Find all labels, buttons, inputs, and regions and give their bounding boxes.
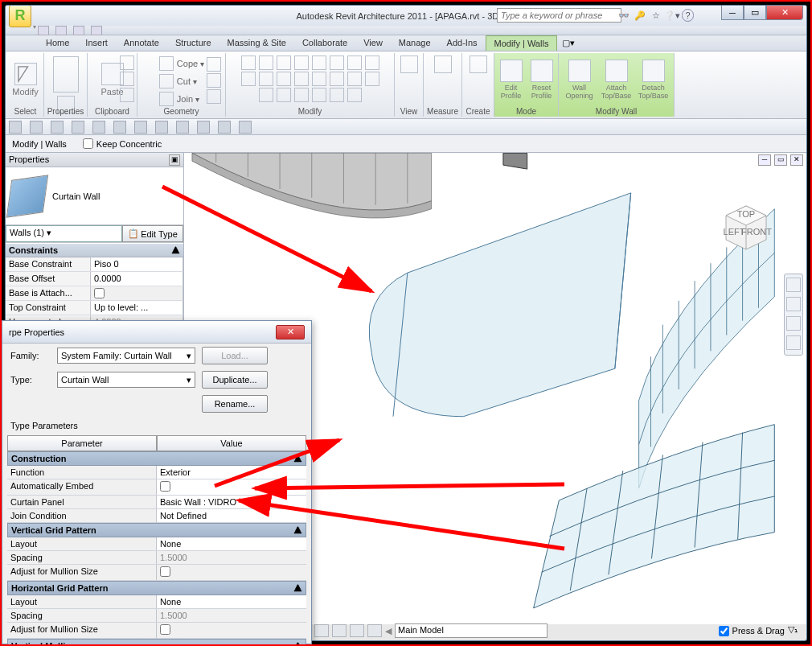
- mod21[interactable]: [330, 88, 344, 102]
- nav-pan-icon[interactable]: [786, 297, 801, 311]
- tab-collab[interactable]: Collaborate: [294, 35, 355, 51]
- tb11[interactable]: [218, 121, 231, 134]
- group-vertical-grid[interactable]: Vertical Grid Pattern⯅: [7, 523, 306, 537]
- maximize-button[interactable]: ▭: [744, 6, 766, 20]
- tab-manage[interactable]: Manage: [391, 35, 439, 51]
- mod9[interactable]: [241, 72, 256, 86]
- mod8[interactable]: [365, 56, 379, 70]
- mod3[interactable]: [277, 56, 291, 70]
- mod18[interactable]: [277, 88, 291, 102]
- param-row[interactable]: LayoutNone: [7, 595, 306, 609]
- binoculars-icon[interactable]: 👓: [617, 9, 630, 22]
- tab-massing[interactable]: Massing & Site: [219, 35, 294, 51]
- mod15[interactable]: [347, 72, 362, 86]
- tab-expand-icon[interactable]: ▢▾: [557, 35, 580, 51]
- param-row[interactable]: Adjust for Mullion Size: [7, 623, 306, 639]
- mod20[interactable]: [312, 88, 326, 102]
- mod7[interactable]: [347, 56, 362, 70]
- help-dropdown-icon[interactable]: ❔▾: [666, 9, 679, 22]
- tb1[interactable]: [9, 121, 22, 134]
- param-row[interactable]: Spacing1.5000: [7, 609, 306, 623]
- view-cube[interactable]: TOP LEFT FRONT: [718, 201, 774, 257]
- vp-max-icon[interactable]: ▭: [774, 154, 787, 166]
- filter-icon[interactable]: ▽₁: [788, 624, 802, 637]
- mod19[interactable]: [294, 88, 309, 102]
- match-icon[interactable]: [120, 88, 134, 102]
- cut-geom-button[interactable]: Cut ▾: [157, 72, 199, 90]
- mod10[interactable]: [259, 72, 273, 86]
- join-button[interactable]: Join ▾: [157, 90, 201, 108]
- load-button[interactable]: Load...: [202, 347, 268, 364]
- detach-button[interactable]: Detach Top/Base: [636, 55, 671, 105]
- help-icon[interactable]: ?: [682, 9, 694, 22]
- mod14[interactable]: [330, 72, 344, 86]
- mod22[interactable]: [347, 88, 362, 102]
- geom-icon1[interactable]: [207, 57, 221, 72]
- type-selector-card[interactable]: Curtain Wall: [6, 167, 183, 225]
- type-combo[interactable]: Curtain Wall▾: [57, 372, 195, 388]
- param-row[interactable]: Spacing1.5000: [7, 551, 306, 565]
- close-button[interactable]: ✕: [766, 6, 803, 20]
- tb3[interactable]: [51, 121, 64, 134]
- tab-modify-walls[interactable]: Modify | Walls: [486, 35, 558, 51]
- create-icon[interactable]: [470, 56, 487, 73]
- selection-combo[interactable]: Walls (1) ▾: [6, 225, 122, 242]
- mod17[interactable]: [259, 88, 273, 102]
- vp-close-icon[interactable]: ✕: [790, 154, 803, 166]
- measure-icon[interactable]: [434, 56, 452, 73]
- tab-view[interactable]: View: [355, 35, 391, 51]
- prop-row[interactable]: Base ConstraintPiso 0: [6, 257, 183, 272]
- modify-tool[interactable]: Modify: [10, 55, 42, 105]
- tb7[interactable]: [134, 121, 147, 134]
- group-constraints[interactable]: Constraints⯅: [6, 243, 183, 257]
- param-row[interactable]: Adjust for Mullion Size: [7, 565, 306, 581]
- param-row[interactable]: FunctionExterior: [7, 466, 306, 479]
- press-drag-checkbox[interactable]: Press & Drag: [719, 626, 785, 636]
- attach-button[interactable]: Attach Top/Base: [599, 55, 634, 105]
- sb6[interactable]: [367, 624, 382, 637]
- mod13[interactable]: [312, 72, 326, 86]
- minimize-button[interactable]: ─: [721, 6, 744, 20]
- group-horizontal-grid[interactable]: Horizontal Grid Pattern⯅: [7, 581, 306, 595]
- keep-concentric-checkbox[interactable]: Keep Concentric: [83, 138, 162, 149]
- family-combo[interactable]: System Family: Curtain Wall▾: [57, 348, 195, 364]
- properties-close-icon[interactable]: ▣: [169, 154, 180, 166]
- edit-type-button[interactable]: 📋 Edit Type: [122, 225, 183, 242]
- sb5[interactable]: [350, 624, 364, 637]
- nav-orbit-icon[interactable]: [786, 335, 801, 350]
- search-input[interactable]: [497, 8, 621, 23]
- group-vertical-mullions[interactable]: Vertical Mullions⯅: [7, 639, 306, 646]
- tb4[interactable]: [72, 121, 84, 134]
- mod2[interactable]: [259, 56, 273, 70]
- view-icon[interactable]: [400, 56, 418, 73]
- favorite-icon[interactable]: ☆: [650, 9, 662, 22]
- tb12[interactable]: [239, 121, 252, 134]
- app-menu-button[interactable]: R: [9, 5, 31, 27]
- sb4[interactable]: [332, 624, 347, 637]
- cope-button[interactable]: Cope ▾: [157, 55, 206, 72]
- param-row[interactable]: LayoutNone: [7, 537, 306, 551]
- duplicate-button[interactable]: Duplicate...: [202, 371, 268, 389]
- workset-combo[interactable]: Main Model: [395, 623, 547, 638]
- param-row[interactable]: Curtain PanelBasic Wall : VIDRO: [7, 496, 306, 509]
- tab-home[interactable]: Home: [38, 35, 77, 51]
- tb9[interactable]: [176, 121, 189, 134]
- mod11[interactable]: [277, 72, 291, 86]
- tb8[interactable]: [155, 121, 168, 134]
- properties-big-icon[interactable]: [53, 56, 79, 93]
- mod12[interactable]: [294, 72, 309, 86]
- tab-structure[interactable]: Structure: [167, 35, 219, 51]
- mod1[interactable]: [241, 56, 256, 70]
- reset-profile-button[interactable]: Reset Profile: [527, 55, 556, 105]
- nav-wheel-icon[interactable]: [786, 278, 801, 292]
- tb6[interactable]: [113, 121, 126, 134]
- edit-profile-button[interactable]: Edit Profile: [497, 55, 526, 105]
- nav-bar[interactable]: [784, 274, 803, 356]
- tb5[interactable]: [92, 121, 105, 134]
- rename-button[interactable]: Rename...: [202, 395, 268, 413]
- prop-row[interactable]: Base Offset0.0000: [6, 272, 183, 286]
- tab-addins[interactable]: Add-Ins: [439, 35, 486, 51]
- tab-annotate[interactable]: Annotate: [116, 35, 167, 51]
- param-row[interactable]: Join ConditionNot Defined: [7, 509, 306, 523]
- dialog-close-button[interactable]: ✕: [276, 325, 305, 339]
